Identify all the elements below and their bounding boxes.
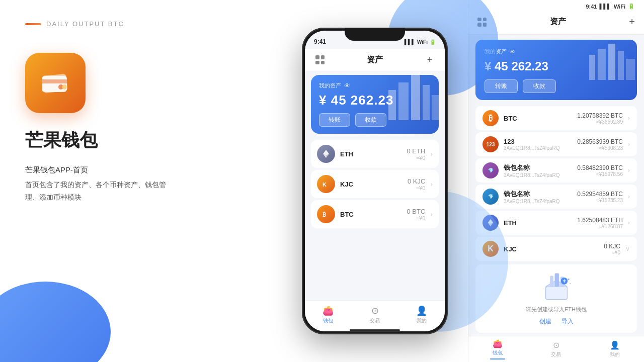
right-eth-amount: 1.62508483 ETH ≈¥1268.87	[577, 217, 623, 229]
phone-kjc-name: KJC	[340, 180, 403, 188]
right-123-logo: 123	[482, 136, 499, 152]
right-transfer-btn[interactable]: 转账	[485, 79, 518, 93]
svg-rect-24	[545, 287, 567, 300]
right-tab-wallet[interactable]: 👛 钱包	[468, 336, 527, 362]
grid-icon	[315, 55, 325, 64]
phone-eye-icon[interactable]: 👁	[344, 82, 351, 89]
eth-prompt-icon-svg: +	[539, 272, 574, 302]
svg-rect-3	[42, 79, 67, 83]
right-coin-wallet1[interactable]: 💎 钱包名称 3AvEQt1R8...TsZ4fpaRQ 0.58482390 …	[475, 158, 637, 183]
right-tab-active-indicator	[490, 358, 505, 359]
phone-btc-info: BTC	[340, 211, 401, 218]
phone-tab-trade[interactable]: ⊙ 交易	[352, 301, 398, 328]
trade-tab-label: 交易	[370, 317, 380, 324]
brand-subtitle: DAILY OUTPUT BTC	[46, 20, 124, 28]
right-btc-amount: 1.20758392 BTC ≈¥36592.89	[577, 112, 623, 125]
wifi-icon: WiFi	[417, 39, 428, 45]
right-eye-icon[interactable]: 👁	[510, 49, 515, 55]
blob-decoration	[0, 282, 111, 362]
svg-rect-20	[626, 59, 635, 80]
right-tab-mine[interactable]: 👤 我的	[586, 336, 644, 362]
app-desc-text: 首页包含了我的资产、各个币种资产、钱包管理、添加币种模块	[25, 178, 257, 204]
right-wallet2-logo: 💎	[482, 189, 499, 205]
right-wallet1-logo: 💎	[482, 162, 499, 178]
app-icon-svg	[38, 68, 73, 98]
phone-time: 9:41	[314, 38, 326, 45]
battery-icon: 🔋	[430, 39, 436, 45]
wallet-tab-label: 钱包	[323, 317, 333, 324]
eth-create-link[interactable]: 创建	[539, 317, 551, 326]
right-tab-trade[interactable]: ⊙ 交易	[527, 336, 585, 362]
wallet-tab-icon: 👛	[323, 305, 334, 316]
svg-rect-16	[589, 55, 595, 80]
home-indicator-bar	[350, 329, 400, 331]
phone-receive-btn[interactable]: 收款	[355, 113, 386, 127]
svg-rect-25	[550, 276, 553, 287]
right-trade-tab-icon: ⊙	[553, 340, 559, 350]
phone-inner: 9:41 ▌▌▌ WiFi 🔋 资产 +	[305, 31, 445, 331]
right-coin-123[interactable]: 123 123 3AvEQt1R8...TsZ4fpaRQ 0.28563939…	[475, 132, 637, 156]
phone-kjc-amount: 0 KJC ≈¥0	[408, 177, 425, 191]
phone-asset-label: 我的资产 👁	[319, 82, 431, 89]
phone-nav-grid[interactable]	[313, 53, 327, 67]
right-asset-buttons: 转账 收款	[485, 79, 628, 93]
phone-coin-btc[interactable]: ₿ BTC 0 BTC ≈¥0 ›	[311, 200, 439, 228]
phone-coin-kjc[interactable]: K KJC 0 KJC ≈¥0 ›	[311, 170, 439, 198]
right-mine-tab-label: 我的	[610, 351, 620, 358]
phone-kjc-info: KJC	[340, 180, 403, 188]
right-trade-tab-label: 交易	[551, 351, 561, 358]
app-icon	[25, 53, 86, 113]
svg-text:+: +	[562, 278, 566, 285]
phone-notch	[345, 28, 405, 41]
phone-nav-title: 资产	[367, 55, 383, 65]
eth-prompt-text: 请先创建或导入ETH钱包	[526, 306, 587, 313]
phone-tab-mine[interactable]: 👤 我的	[398, 301, 445, 328]
phone-eth-amount: 0 ETH ≈¥0	[407, 147, 425, 161]
right-123-info: 123 3AvEQt1R8...TsZ4fpaRQ	[504, 138, 572, 151]
right-coin-btc[interactable]: ₿ BTC 1.20758392 BTC ≈¥36592.89 ›	[475, 106, 637, 130]
eth-prompt-links: 创建 导入	[539, 317, 574, 326]
right-wallet1-chevron: ›	[628, 167, 630, 174]
eth-chevron-icon: ›	[430, 150, 433, 158]
phone-frame: 9:41 ▌▌▌ WiFi 🔋 资产 +	[302, 28, 448, 334]
kjc-chevron-icon: ›	[430, 180, 433, 188]
phone-eth-info: ETH	[340, 150, 401, 158]
mine-tab-label: 我的	[417, 317, 427, 324]
signal-icon: ▌▌▌	[405, 39, 415, 45]
right-receive-btn[interactable]: 收款	[523, 79, 556, 93]
right-signal: ▌▌▌	[599, 4, 611, 10]
app-desc-block: 芒果钱包APP-首页 首页包含了我的资产、各个币种资产、钱包管理、添加币种模块	[25, 163, 257, 204]
left-section: DAILY OUTPUT BTC 芒果钱包 芒果钱包APP-首页 首页包含了我的…	[0, 0, 282, 362]
right-status-bar: 9:41 ▌▌▌ WiFi 🔋	[468, 0, 644, 10]
phone-coin-eth[interactable]: ETH 0 ETH ≈¥0 ›	[311, 140, 439, 168]
trade-tab-icon: ⊙	[371, 305, 379, 316]
right-123-chevron: ›	[628, 141, 630, 148]
phone-tab-wallet[interactable]: 👛 钱包	[305, 301, 352, 328]
right-asset-city-bg	[587, 40, 637, 80]
right-wallet2-info: 钱包名称 3AvEQt1R8...TsZ4fpaRQ	[504, 190, 572, 204]
right-asset-card: 我的资产 👁 ¥ 45 262.23 转账 收款	[475, 40, 637, 100]
mine-tab-icon: 👤	[416, 305, 427, 316]
btc-chevron-icon: ›	[430, 210, 433, 218]
app-icon-wrapper	[25, 53, 257, 113]
svg-text:₿: ₿	[323, 211, 326, 218]
right-asset-label: 我的资产 👁	[485, 48, 628, 55]
phone-transfer-btn[interactable]: 转账	[319, 113, 350, 127]
right-wallet2-chevron: ›	[628, 193, 630, 200]
right-wallet1-info: 钱包名称 3AvEQt1R8...TsZ4fpaRQ	[504, 163, 572, 178]
right-eth-chevron: ›	[628, 219, 630, 226]
phone-nav: 资产 +	[305, 49, 445, 71]
right-tabs: 👛 钱包 ⊙ 交易 👤 我的	[468, 336, 644, 362]
eth-import-link[interactable]: 导入	[561, 317, 574, 326]
eth-logo	[317, 145, 335, 163]
app-name: 芒果钱包	[25, 128, 257, 153]
phone-eth-name: ETH	[340, 150, 401, 158]
right-nav-add[interactable]: +	[629, 16, 635, 28]
svg-point-31	[570, 283, 571, 285]
phone-tabs: 👛 钱包 ⊙ 交易 👤 我的	[305, 300, 445, 328]
phone-nav-add[interactable]: +	[423, 53, 437, 67]
brand-bar: DAILY OUTPUT BTC	[25, 20, 257, 28]
right-123-amount: 0.28563939 BTC ≈¥5908.23	[577, 138, 623, 151]
right-wallet-tab-label: 钱包	[493, 349, 503, 356]
right-coin-wallet2[interactable]: 💎 钱包名称 3AvEQt1R8...TsZ4fpaRQ 0.52954859 …	[475, 185, 637, 209]
